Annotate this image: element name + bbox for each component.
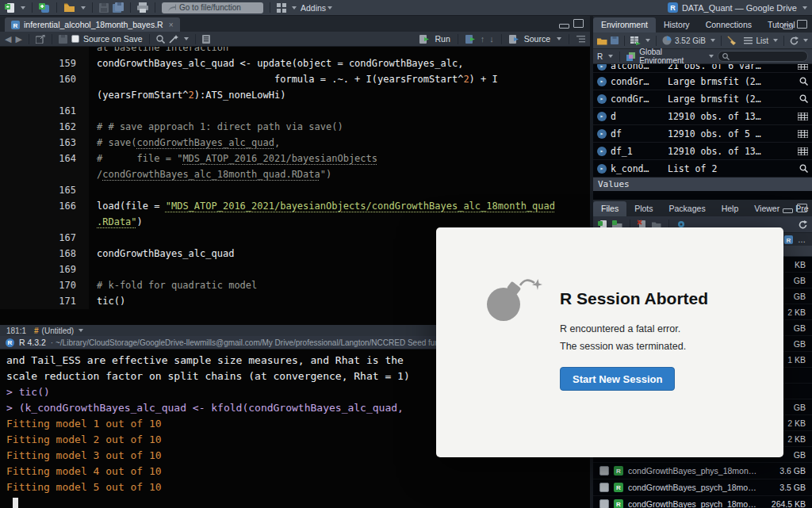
list-view-icon[interactable]	[744, 35, 753, 47]
tab-help[interactable]: Help	[714, 201, 747, 216]
code-line[interactable]: (yearsFromStart^2):ATS_noneLowHi)	[0, 87, 590, 103]
values-section-header[interactable]: Values	[593, 178, 812, 191]
magnifier-icon[interactable]	[795, 77, 808, 86]
code-line[interactable]: 163# save(condGrowthBayes_alc_quad,	[0, 135, 590, 151]
table-icon[interactable]	[795, 64, 808, 70]
tab-viewer[interactable]: Viewer	[746, 201, 787, 216]
memory-gauge-icon[interactable]	[662, 35, 672, 47]
env-object-row[interactable]: ▸condGr…Large brmsfit (2…	[593, 73, 812, 90]
code-line[interactable]: at baseline interaction	[0, 47, 590, 55]
expander-icon[interactable]: ▸	[597, 77, 607, 86]
editor-tab[interactable]: R inferential_alcohol_18month_bayes.R ×	[5, 17, 180, 32]
code-line[interactable]: 165	[0, 182, 590, 198]
code-line[interactable]: 166load(file = "MDS_ATOP_2016_2021/bayes…	[0, 198, 590, 214]
table-icon[interactable]	[795, 130, 808, 138]
go-down-icon[interactable]: ↓	[489, 35, 494, 44]
env-object-row[interactable]: ▸df_112910 obs. of 13…	[593, 143, 812, 160]
tab-connections[interactable]: Connections	[698, 17, 760, 32]
source-on-save-checkbox[interactable]	[71, 33, 79, 45]
back-icon[interactable]: ◀	[5, 35, 11, 44]
find-icon[interactable]	[156, 33, 165, 45]
memory-caret[interactable]	[710, 39, 715, 42]
env-language-selector[interactable]: R	[597, 52, 603, 61]
open-file-icon[interactable]	[63, 2, 75, 13]
file-row[interactable]: RcondGrowthBayes_phys_18mon…3.6 GB	[593, 463, 812, 479]
maximize-pane-icon[interactable]	[573, 19, 584, 28]
goto-file-input[interactable]: Go to file/function	[162, 2, 263, 13]
panes-layout-caret[interactable]	[292, 6, 297, 10]
panes-layout-icon[interactable]	[277, 2, 286, 13]
expander-icon[interactable]: ▸	[597, 94, 607, 104]
environment-search-input[interactable]	[718, 51, 808, 62]
source-doc-icon[interactable]	[509, 33, 519, 45]
expander-icon[interactable]: ▸	[597, 129, 607, 139]
file-checkbox[interactable]	[599, 499, 609, 508]
refresh-icon[interactable]	[790, 35, 799, 47]
code-line[interactable]: 159condGrowthBayes_alc_quad <- update(ob…	[0, 55, 590, 71]
code-tools-wand-icon[interactable]	[169, 33, 178, 45]
run-button[interactable]: Run	[435, 34, 450, 44]
expander-icon[interactable]: ▸	[597, 147, 607, 156]
save-doc-icon[interactable]	[59, 33, 67, 45]
go-up-icon[interactable]: ↑	[481, 35, 485, 44]
table-icon[interactable]	[795, 113, 808, 120]
import-dataset-caret[interactable]	[645, 39, 650, 42]
list-view-caret[interactable]	[773, 39, 778, 42]
expander-icon[interactable]: ▸	[597, 112, 607, 121]
tab-history[interactable]: History	[656, 17, 698, 32]
table-icon[interactable]	[795, 147, 808, 155]
code-line[interactable]: 161	[0, 103, 590, 119]
compile-report-icon[interactable]	[202, 33, 210, 45]
breadcrumb-more[interactable]: …	[798, 235, 806, 244]
code-line[interactable]: 162# # save approach 1: direct path via …	[0, 119, 590, 135]
tab-close-icon[interactable]: ×	[169, 21, 174, 29]
minimize-pane-icon[interactable]	[559, 24, 569, 29]
import-dataset-icon[interactable]	[630, 35, 641, 47]
rerun-icon[interactable]	[465, 33, 476, 45]
file-row[interactable]: RcondGrowthBayes_psych_18mo…3.5 GB	[593, 479, 812, 496]
memory-usage-label[interactable]: 3.52 GiB	[675, 36, 706, 45]
magnifier-icon[interactable]	[795, 164, 808, 173]
env-language-caret[interactable]	[608, 55, 613, 58]
new-file-caret[interactable]	[21, 6, 25, 10]
list-view-label[interactable]: List	[756, 36, 768, 45]
magnifier-icon[interactable]	[795, 94, 808, 103]
project-menu-button[interactable]: R DATA_Quant — Google Drive	[668, 2, 807, 13]
run-icon[interactable]	[419, 33, 430, 45]
file-row[interactable]: RcondGrowthBayes_psych_18mo…264.5 KB	[593, 496, 812, 508]
env-object-row[interactable]: ▸k_cond…List of 2	[593, 160, 812, 178]
load-workspace-icon[interactable]	[597, 35, 607, 47]
forward-icon[interactable]: ▶	[15, 35, 21, 44]
expander-icon[interactable]: ▸	[597, 64, 607, 71]
clear-broom-icon[interactable]	[727, 35, 737, 47]
env-object-row[interactable]: ▸alcoho…21 obs. of 6 var…	[593, 64, 812, 73]
file-checkbox[interactable]	[599, 483, 609, 492]
save-workspace-icon[interactable]	[611, 35, 619, 47]
tab-environment[interactable]: Environment	[593, 17, 656, 32]
print-icon[interactable]	[137, 2, 148, 13]
addins-button[interactable]: Addins	[301, 3, 332, 13]
save-all-icon[interactable]	[113, 2, 124, 13]
env-minimize-icon[interactable]	[783, 25, 793, 29]
file-checkbox[interactable]	[599, 466, 609, 476]
env-object-row[interactable]: ▸df12910 obs. of 5 …	[593, 125, 812, 143]
tab-packages[interactable]: Packages	[661, 201, 714, 216]
env-object-row[interactable]: ▸condGr…Large brmsfit (2…	[593, 90, 812, 108]
save-icon[interactable]	[99, 2, 109, 13]
refresh-caret[interactable]	[803, 39, 808, 42]
open-file-caret[interactable]	[81, 6, 86, 10]
code-line[interactable]: 164# file = "MDS_ATOP_2016_2021/bayesian…	[0, 151, 590, 166]
env-object-row[interactable]: ▸d12910 obs. of 13…	[593, 108, 812, 125]
new-project-icon[interactable]	[39, 2, 50, 13]
files-minimize-icon[interactable]	[783, 208, 793, 213]
environment-scope-selector[interactable]: Global Environment	[639, 48, 703, 65]
source-caret[interactable]	[557, 37, 561, 40]
code-tools-caret[interactable]	[184, 37, 189, 40]
tab-plots[interactable]: Plots	[626, 201, 661, 216]
popout-icon[interactable]	[36, 33, 45, 45]
source-button[interactable]: Source	[524, 34, 550, 44]
start-new-session-button[interactable]: Start New Session	[560, 367, 675, 391]
env-scope-caret[interactable]	[709, 55, 714, 58]
env-maximize-icon[interactable]	[797, 20, 807, 29]
new-file-icon[interactable]	[5, 2, 15, 13]
